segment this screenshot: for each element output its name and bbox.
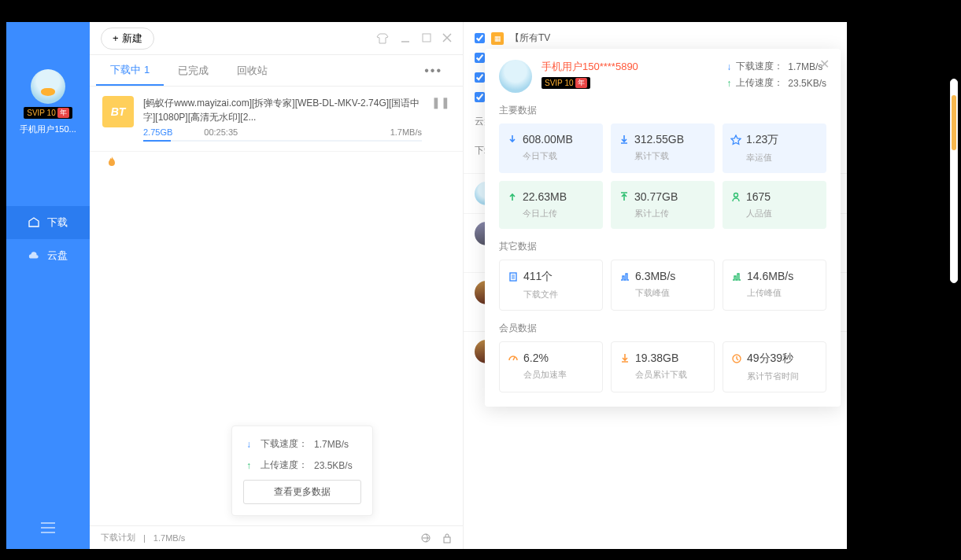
person-icon xyxy=(730,191,741,202)
stat-card: 312.55GB累计下载 xyxy=(611,123,715,173)
down-icon xyxy=(507,134,518,145)
main-grid: 608.00MB今日下载312.55GB累计下载1.23万幸运值22.63MB今… xyxy=(499,123,826,229)
section-title-member: 会员数据 xyxy=(499,322,826,335)
gauge-icon xyxy=(508,352,519,363)
download-time: 00:25:35 xyxy=(204,127,238,137)
scrollbar-track[interactable] xyxy=(950,79,958,283)
tab-label: 已完成 xyxy=(178,64,209,78)
nav-download[interactable]: 下载 xyxy=(6,206,90,239)
download-size: 2.75GB xyxy=(143,127,172,137)
vip-label: SVIP 10 xyxy=(545,79,574,87)
download-item[interactable]: BT [蚂蚁仔www.mayizai.com][拆弹专家][WEB-DL-MKV… xyxy=(90,87,463,152)
stat-value: 6.2% xyxy=(523,352,549,364)
stat-value: 14.6MB/s xyxy=(747,270,793,282)
stats-dl-label: 下载速度： xyxy=(736,60,783,73)
stat-label: 会员加速率 xyxy=(523,369,594,381)
stat-label: 人品值 xyxy=(746,208,819,219)
svg-rect-0 xyxy=(423,34,431,42)
tab-trash[interactable]: 回收站 xyxy=(223,55,282,86)
accelerate-row[interactable] xyxy=(90,152,463,172)
new-button-label: 新建 xyxy=(122,31,142,46)
maximize-icon[interactable] xyxy=(422,33,431,44)
file-icon xyxy=(508,271,519,282)
tab-more-icon[interactable]: ••• xyxy=(410,64,456,78)
close-icon[interactable]: ✕ xyxy=(819,57,830,72)
status-plan[interactable]: 下载计划 xyxy=(101,532,135,543)
arrow-down-icon: ↓ xyxy=(243,439,254,450)
stat-label: 累计节省时间 xyxy=(747,370,818,382)
tabs: 下载中 1 已完成 回收站 ••• xyxy=(90,55,463,87)
nav-download-label: 下载 xyxy=(47,216,68,230)
sidebar-nav: 下载 云盘 xyxy=(6,206,90,272)
file-checkbox[interactable] xyxy=(475,53,485,63)
stat-card: 6.3MB/s下载峰值 xyxy=(611,260,715,311)
select-all-checkbox[interactable] xyxy=(475,92,485,102)
file-checkbox[interactable] xyxy=(475,72,485,83)
file-name: 【所有TV xyxy=(510,31,550,45)
stats-header: 手机用户150****5890 SVIP 10 年 ↓下载速度：1.7MB/s … xyxy=(499,60,826,93)
svg-rect-2 xyxy=(444,537,450,543)
tab-downloading[interactable]: 下载中 1 xyxy=(96,55,164,86)
file-row[interactable]: ▦ 【所有TV xyxy=(475,28,836,48)
stat-card: 1.23万幸运值 xyxy=(723,123,826,173)
stat-card: 14.6MB/s上传峰值 xyxy=(723,260,826,311)
file-checkbox[interactable] xyxy=(475,33,485,43)
stat-value: 1675 xyxy=(746,190,771,203)
download-speed: 1.7MB/s xyxy=(390,127,422,137)
stat-value: 49分39秒 xyxy=(747,352,793,366)
tab-finished[interactable]: 已完成 xyxy=(164,55,223,86)
nav-cloud-label: 云盘 xyxy=(47,249,68,263)
scrollbar-thumb[interactable] xyxy=(952,95,956,150)
pause-icon[interactable]: ❚❚ xyxy=(431,96,450,142)
stat-label: 幸运值 xyxy=(746,152,819,164)
arrow-up-icon: ↑ xyxy=(243,460,254,471)
popup-ul-value: 23.5KB/s xyxy=(314,460,353,471)
stat-label: 今日下载 xyxy=(523,150,595,162)
lock-icon[interactable] xyxy=(442,532,452,543)
cloud-icon xyxy=(28,250,39,261)
vip-suffix: 年 xyxy=(57,108,69,118)
stat-value: 608.00MB xyxy=(523,133,573,146)
nav-cloud[interactable]: 云盘 xyxy=(6,239,90,272)
close-icon[interactable] xyxy=(442,33,452,44)
sidebar: SVIP 10 年 手机用户150... 下载 云盘 xyxy=(6,22,90,549)
vip-label: SVIP 10 xyxy=(27,109,56,117)
download-icon xyxy=(28,217,39,228)
stat-value: 6.3MB/s xyxy=(635,270,675,282)
stats-ul-value: 23.5KB/s xyxy=(788,78,826,89)
skin-icon[interactable] xyxy=(376,33,389,44)
tab-label: 回收站 xyxy=(237,64,268,78)
popup-dl-row: ↓ 下载速度： 1.7MB/s xyxy=(243,437,361,451)
stats-dl-value: 1.7MB/s xyxy=(788,61,822,72)
stat-value: 22.63MB xyxy=(523,190,567,203)
view-more-data-button[interactable]: 查看更多数据 xyxy=(243,480,361,504)
stat-card: 411个下载文件 xyxy=(499,260,603,311)
arrow-up-icon: ↑ xyxy=(726,78,731,89)
stat-value: 1.23万 xyxy=(746,133,778,147)
down-total-icon xyxy=(619,352,630,363)
star-icon xyxy=(730,134,741,146)
download-title: [蚂蚁仔www.mayizai.com][拆弹专家][WEB-DL-MKV-2.… xyxy=(143,96,422,123)
stat-label: 上传峰值 xyxy=(747,287,818,299)
minimize-icon[interactable] xyxy=(400,33,411,44)
popup-ul-row: ↑ 上传速度： 23.5KB/s xyxy=(243,459,361,472)
vip-suffix: 年 xyxy=(575,78,587,88)
status-bar: 下载计划 | 1.7MB/s xyxy=(90,525,463,549)
new-button[interactable]: + 新建 xyxy=(101,28,154,50)
hamburger-menu[interactable] xyxy=(41,522,55,533)
stat-value: 30.77GB xyxy=(634,190,678,203)
ie-icon[interactable] xyxy=(420,532,431,543)
user-avatar-area[interactable]: SVIP 10 年 手机用户150... xyxy=(20,69,76,135)
stat-card: 30.77GB累计上传 xyxy=(611,181,715,229)
download-meta: 2.75GB 00:25:35 1.7MB/s xyxy=(143,127,422,137)
tab-count: 1 xyxy=(144,64,150,76)
stat-card: 6.2%会员加速率 xyxy=(499,341,603,392)
download-progress xyxy=(143,140,422,142)
vip-badge: SVIP 10 年 xyxy=(24,107,72,119)
peak-icon xyxy=(731,271,742,282)
main-pane: + 新建 下载中 1 已完成 回收站 ••• xyxy=(90,22,463,549)
download-info: [蚂蚁仔www.mayizai.com][拆弹专家][WEB-DL-MKV-2.… xyxy=(143,96,422,142)
stat-card: 1675人品值 xyxy=(723,181,826,229)
speed-popup: ↓ 下载速度： 1.7MB/s ↑ 上传速度： 23.5KB/s 查看更多数据 xyxy=(231,426,373,516)
stat-card: 49分39秒累计节省时间 xyxy=(723,341,826,392)
